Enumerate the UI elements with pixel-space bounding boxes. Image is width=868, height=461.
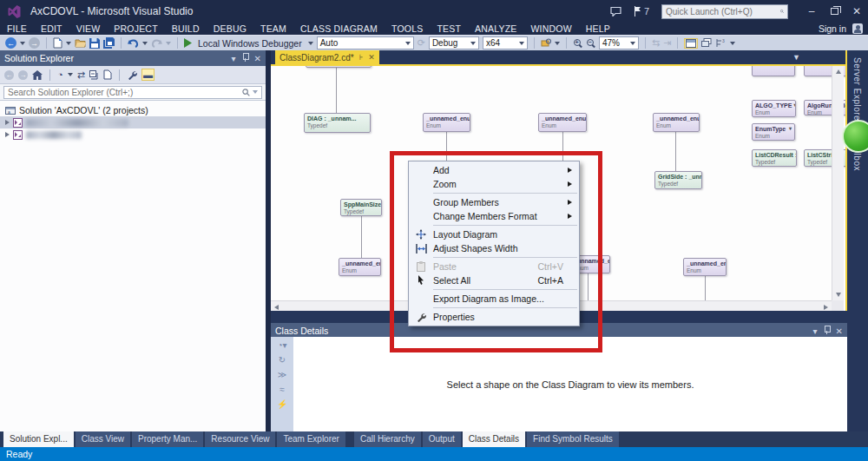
menu-item-add[interactable]: Add	[409, 163, 579, 177]
home-icon[interactable]	[32, 70, 43, 80]
undo-button[interactable]	[128, 38, 139, 48]
open-file-button[interactable]	[75, 38, 86, 48]
group-members-toolbar-icon[interactable]	[701, 38, 712, 48]
toolbar-overflow-icon-2[interactable]	[730, 42, 735, 45]
class-shape-enumtype[interactable]: EnumType▾ Enum	[752, 123, 795, 141]
menu-tools[interactable]: TOOLS	[385, 23, 430, 34]
menu-test[interactable]: TEST	[430, 23, 468, 34]
solution-explorer-title-bar[interactable]: Solution Explorer ▾ ✕	[0, 50, 266, 66]
new-file-dropdown-icon[interactable]	[66, 42, 71, 45]
navigate-back-dropdown-icon[interactable]	[20, 42, 25, 45]
project-node-1[interactable]	[0, 116, 266, 128]
class-details-toggle-icon[interactable]	[684, 38, 698, 49]
tab-resource-view[interactable]: Resource View	[205, 431, 275, 447]
scroll-up-icon[interactable]	[836, 69, 841, 74]
tab-class-details[interactable]: Class Details	[463, 431, 525, 447]
add-event-icon[interactable]: ⚡	[277, 400, 287, 409]
zoom-level-dropdown[interactable]: 47%	[599, 36, 639, 49]
close-tab-icon[interactable]: ✕	[368, 53, 375, 62]
layout-diagram-toolbar-icon[interactable]: ⇆	[652, 37, 660, 49]
auto-hide-pin-icon[interactable]	[242, 53, 248, 63]
menu-item-adjust-shapes-width[interactable]: Adjust Shapes Width	[409, 241, 579, 255]
menu-help[interactable]: HELP	[579, 23, 617, 34]
search-options-dropdown-icon[interactable]	[253, 90, 258, 94]
tab-solution-explorer[interactable]: Solution Expl...	[3, 431, 74, 447]
auto-hide-pin-icon[interactable]	[824, 326, 830, 336]
minimize-button[interactable]: –	[800, 5, 823, 17]
window-position-icon[interactable]: ▾	[813, 326, 818, 336]
tab-overflow-icon[interactable]: ▼	[792, 53, 800, 62]
start-debug-button[interactable]: Local Windows Debugger	[198, 38, 302, 49]
collapse-shape-icon[interactable]: ▾	[789, 125, 792, 133]
menu-item-paste[interactable]: PasteCtrl+V	[409, 260, 579, 273]
menu-debug[interactable]: DEBUG	[207, 23, 253, 34]
scroll-right-icon[interactable]	[824, 305, 828, 310]
find-in-diagram-icon[interactable]	[541, 38, 551, 48]
menu-window[interactable]: WINDOW	[524, 23, 579, 34]
navigate-forward-button[interactable]: →	[29, 37, 40, 49]
platform-dropdown[interactable]: Auto	[317, 36, 414, 49]
collapse-all-icon[interactable]	[89, 70, 99, 80]
sync-with-active-document-icon[interactable]: ⇄	[77, 69, 85, 81]
close-panel-icon[interactable]: ✕	[836, 326, 843, 336]
new-member-dropdown-icon[interactable]: ◔▾	[277, 341, 286, 350]
tab-property-manager[interactable]: Property Man...	[132, 431, 203, 447]
add-property-icon[interactable]: ≫	[278, 371, 286, 379]
show-all-files-icon[interactable]: ▬	[141, 69, 155, 81]
start-debug-icon[interactable]	[184, 38, 192, 48]
start-debug-dropdown-icon[interactable]	[308, 42, 313, 45]
architecture-dropdown[interactable]: x64	[483, 36, 528, 49]
add-method-icon[interactable]: ↻	[279, 356, 286, 365]
menu-edit[interactable]: EDIT	[34, 23, 69, 34]
class-shape-enum[interactable]: _unnamed_enu...▾ Enum	[653, 113, 700, 132]
zoom-out-button[interactable]: −	[586, 38, 595, 48]
properties-wrench-icon[interactable]	[127, 69, 137, 80]
redo-dropdown-icon[interactable]	[166, 42, 171, 45]
quick-launch-input[interactable]	[666, 7, 780, 16]
zoom-in-button[interactable]: +	[573, 38, 582, 48]
members-format-toolbar-icon[interactable]: 3	[715, 38, 727, 48]
se-back-button[interactable]: ←	[4, 70, 14, 80]
close-button[interactable]: ✕	[845, 5, 868, 17]
solution-search-input[interactable]	[8, 88, 242, 97]
menu-project[interactable]: PROJECT	[107, 23, 164, 34]
class-shape-enum[interactable]: Enum	[752, 64, 795, 76]
new-file-button[interactable]	[53, 37, 62, 49]
class-shape-enum[interactable]: _unnamed_enu...▾ Enum	[423, 113, 470, 132]
user-avatar-icon[interactable]	[852, 23, 863, 34]
redo-button[interactable]	[151, 38, 162, 48]
canvas-vertical-scrollbar[interactable]	[832, 66, 844, 300]
save-button[interactable]	[89, 38, 100, 49]
solution-search-box[interactable]	[3, 86, 262, 99]
navigate-back-button[interactable]: ←	[5, 37, 16, 49]
menu-build[interactable]: BUILD	[165, 23, 207, 34]
menu-item-select-all[interactable]: Select AllCtrl+A	[409, 273, 579, 287]
class-shape-gridside[interactable]: GridSide : _unn... Typedef	[654, 171, 702, 189]
class-shape-algo-type[interactable]: ALGO_TYPE▾ Enum	[752, 100, 796, 117]
restore-button[interactable]	[823, 5, 845, 17]
scroll-left-icon[interactable]	[274, 305, 279, 310]
close-panel-icon[interactable]: ✕	[254, 54, 261, 63]
menu-analyze[interactable]: ANALYZE	[468, 23, 523, 34]
pending-changes-filter-icon[interactable]: ◔	[57, 69, 63, 80]
collapse-shape-icon[interactable]: ▾	[793, 102, 796, 109]
class-shape-sppmainsize[interactable]: SppMainSize : _... Typedef	[340, 199, 382, 216]
project-node-2[interactable]	[0, 128, 266, 141]
configuration-dropdown[interactable]: Debug	[429, 36, 479, 49]
window-position-icon[interactable]: ▾	[232, 54, 236, 63]
class-shape[interactable]	[306, 64, 372, 68]
tab-output[interactable]: Output	[423, 431, 461, 447]
expand-icon[interactable]	[5, 132, 10, 137]
menu-item-layout-diagram[interactable]: Layout Diagram	[409, 227, 579, 241]
expand-icon[interactable]	[5, 120, 10, 125]
notifications-flag-icon[interactable]: 7	[634, 6, 649, 16]
menu-item-zoom[interactable]: Zoom	[409, 177, 579, 191]
sync-icon[interactable]: ⟳	[418, 37, 425, 49]
preview-selected-icon[interactable]	[103, 69, 112, 80]
menu-team[interactable]: TEAM	[253, 23, 293, 34]
undo-dropdown-icon[interactable]	[142, 42, 148, 45]
menu-item-change-members-format[interactable]: Change Members Format	[409, 209, 579, 223]
class-shape-enum[interactable]: _unnamed_enu...▾ Enum	[538, 113, 587, 132]
tab-class-view[interactable]: Class View	[76, 431, 130, 447]
class-shape-enum[interactable]: _unnamed_enu...▾ Enum	[683, 258, 727, 276]
